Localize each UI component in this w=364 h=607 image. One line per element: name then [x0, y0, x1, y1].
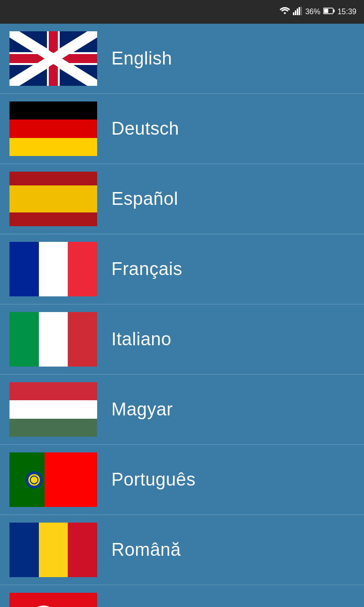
language-name-fr: Français — [111, 259, 182, 279]
flag-tr — [9, 593, 97, 607]
svg-rect-0 — [293, 12, 294, 15]
flag-es — [9, 172, 97, 226]
svg-rect-15 — [9, 54, 97, 63]
language-item-de[interactable]: Deutsch — [0, 94, 364, 164]
svg-line-9 — [9, 31, 97, 86]
signal-icon — [293, 7, 302, 17]
time-display: 15:39 — [337, 8, 356, 16]
language-name-en: English — [111, 48, 172, 69]
flag-de — [9, 101, 97, 156]
svg-rect-4 — [300, 7, 302, 15]
language-item-es[interactable]: Español — [0, 164, 364, 234]
language-name-de: Deutsch — [111, 119, 179, 139]
language-name-hu: Magyar — [111, 399, 173, 420]
svg-rect-7 — [333, 9, 335, 12]
flag-it — [9, 312, 97, 367]
flag-fr — [9, 242, 97, 296]
language-item-it[interactable]: Italiano — [0, 304, 364, 375]
language-name-it: Italiano — [111, 329, 172, 349]
language-name-pt: Português — [111, 469, 196, 490]
svg-line-12 — [9, 31, 97, 86]
status-icons: 36% 15:39 — [280, 7, 356, 17]
language-item-pt[interactable]: Português — [0, 445, 364, 515]
language-name-es: Español — [111, 189, 178, 209]
language-item-en[interactable]: English — [0, 24, 364, 94]
svg-rect-1 — [295, 10, 296, 15]
svg-rect-2 — [297, 9, 298, 15]
status-bar: 36% 15:39 — [0, 0, 364, 24]
svg-line-11 — [9, 31, 97, 86]
language-name-ro: Română — [111, 540, 181, 560]
language-item-tr[interactable]: Türkçe — [0, 585, 364, 607]
svg-rect-13 — [9, 52, 97, 65]
flag-ro — [9, 523, 97, 577]
language-list: English Deutsch Español — [0, 24, 364, 607]
battery-percentage: 36% — [305, 8, 320, 16]
svg-rect-14 — [47, 31, 60, 86]
svg-rect-8 — [9, 31, 97, 86]
wifi-icon — [280, 7, 290, 17]
language-item-hu[interactable]: Magyar — [0, 375, 364, 445]
portugal-emblem — [26, 471, 43, 488]
svg-rect-19 — [9, 593, 97, 607]
flag-hu — [9, 382, 97, 437]
battery-icon — [323, 8, 335, 16]
flag-uk — [9, 31, 97, 86]
language-item-ro[interactable]: Română — [0, 515, 364, 585]
language-item-fr[interactable]: Français — [0, 234, 364, 304]
flag-pt — [9, 452, 97, 507]
svg-rect-3 — [299, 7, 300, 15]
svg-point-17 — [27, 473, 40, 486]
svg-rect-6 — [324, 9, 328, 13]
svg-rect-16 — [49, 31, 58, 86]
svg-line-10 — [9, 31, 97, 86]
